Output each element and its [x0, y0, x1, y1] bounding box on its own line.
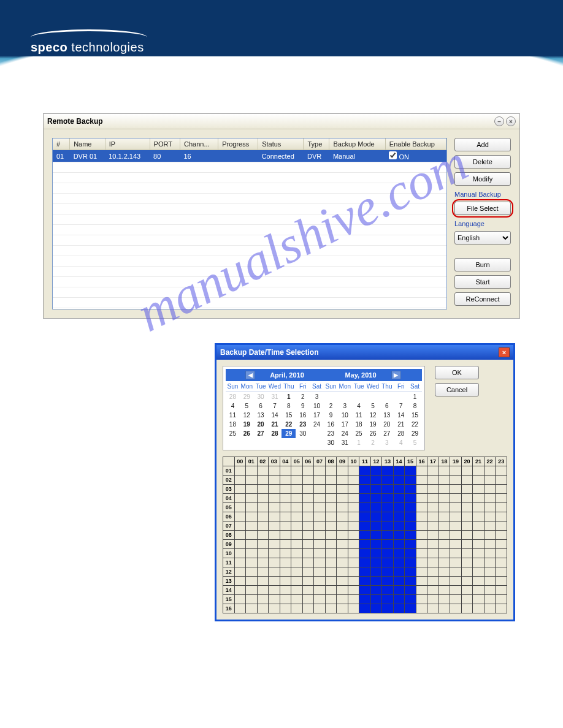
hour-cell[interactable]	[405, 494, 416, 503]
cancel-button[interactable]: Cancel	[435, 383, 479, 396]
hour-cell[interactable]	[496, 476, 507, 485]
calendar-day[interactable]: 13	[254, 411, 268, 420]
hour-cell[interactable]	[246, 521, 258, 531]
hour-cell[interactable]	[405, 549, 416, 558]
hour-cell[interactable]	[496, 577, 507, 586]
hour-cell[interactable]	[427, 503, 439, 512]
close-icon[interactable]: ×	[506, 116, 516, 126]
hour-cell[interactable]	[257, 549, 269, 558]
hour-cell[interactable]	[473, 595, 484, 604]
hour-cell[interactable]	[405, 476, 416, 485]
hour-cell[interactable]	[302, 586, 314, 595]
hour-cell[interactable]	[337, 549, 348, 558]
hour-cell[interactable]	[291, 586, 303, 595]
hour-cell[interactable]	[416, 586, 427, 595]
hour-cell[interactable]	[393, 567, 405, 577]
hour-cell[interactable]	[291, 604, 303, 613]
calendar-day[interactable]: 18	[352, 420, 366, 429]
hour-cell[interactable]	[302, 466, 314, 476]
hour-cell[interactable]	[359, 494, 371, 503]
hour-cell[interactable]	[348, 531, 359, 540]
hour-cell[interactable]	[314, 521, 326, 531]
hour-cell[interactable]	[496, 549, 507, 558]
hour-cell[interactable]	[314, 512, 326, 521]
hour-cell[interactable]	[473, 494, 484, 503]
table-row[interactable]	[53, 214, 446, 225]
hour-cell[interactable]	[393, 531, 405, 540]
hour-cell[interactable]	[291, 512, 303, 521]
hour-cell[interactable]	[269, 466, 280, 476]
hour-cell[interactable]	[405, 531, 416, 540]
table-row[interactable]	[53, 173, 446, 183]
table-row[interactable]	[53, 235, 446, 246]
calendar-day[interactable]: 22	[408, 420, 422, 429]
hour-cell[interactable]	[269, 485, 280, 494]
hour-cell[interactable]	[439, 476, 450, 485]
hour-cell[interactable]	[496, 521, 507, 531]
hour-cell[interactable]	[302, 476, 314, 485]
hour-cell[interactable]	[416, 503, 427, 512]
hour-cell[interactable]	[439, 586, 450, 595]
hour-cell[interactable]	[337, 494, 348, 503]
table-row[interactable]	[53, 298, 446, 308]
hour-cell[interactable]	[370, 567, 382, 577]
hour-cell[interactable]	[473, 540, 484, 549]
hour-cell[interactable]	[473, 577, 484, 586]
hour-cell[interactable]	[484, 531, 496, 540]
ok-button[interactable]: OK	[435, 366, 479, 379]
hour-cell[interactable]	[393, 595, 405, 604]
hour-cell[interactable]	[234, 466, 246, 476]
hour-cell[interactable]	[439, 558, 450, 567]
hour-cell[interactable]	[370, 549, 382, 558]
table-row[interactable]: 01DVR 0110.1.2.1438016ConnectedDVRManual…	[53, 150, 446, 162]
calendar-day[interactable]: 27	[254, 429, 268, 438]
hour-cell[interactable]	[405, 577, 416, 586]
hour-cell[interactable]	[370, 586, 382, 595]
hour-cell[interactable]	[484, 558, 496, 567]
hour-cell[interactable]	[302, 558, 314, 567]
hour-cell[interactable]	[348, 521, 359, 531]
hour-cell[interactable]	[359, 577, 371, 586]
hour-cell[interactable]	[473, 567, 484, 577]
calendar-day[interactable]: 29	[408, 429, 422, 438]
hour-cell[interactable]	[234, 485, 246, 494]
hour-cell[interactable]	[246, 476, 258, 485]
hour-cell[interactable]	[405, 521, 416, 531]
hour-cell[interactable]	[405, 586, 416, 595]
table-row[interactable]	[53, 204, 446, 214]
hour-cell[interactable]	[382, 531, 394, 540]
hour-cell[interactable]	[359, 476, 371, 485]
hour-cell[interactable]	[393, 540, 405, 549]
hour-cell[interactable]	[302, 485, 314, 494]
hour-cell[interactable]	[416, 521, 427, 531]
hour-cell[interactable]	[393, 476, 405, 485]
column-header[interactable]: PORT	[150, 138, 180, 150]
table-row[interactable]	[53, 194, 446, 204]
hour-cell[interactable]	[393, 512, 405, 521]
hour-cell[interactable]	[496, 604, 507, 613]
calendar-day[interactable]: 9	[324, 411, 338, 420]
hour-cell[interactable]	[257, 476, 269, 485]
hour-cell[interactable]	[359, 595, 371, 604]
hour-cell[interactable]	[291, 494, 303, 503]
calendar-day[interactable]: 3	[380, 438, 394, 447]
hour-cell[interactable]	[337, 466, 348, 476]
hour-cell[interactable]	[450, 512, 462, 521]
calendar-day[interactable]: 3	[338, 401, 352, 411]
calendar-day[interactable]: 6	[380, 401, 394, 411]
hour-cell[interactable]	[461, 466, 473, 476]
hour-cell[interactable]	[439, 503, 450, 512]
calendar-day[interactable]: 2	[366, 438, 380, 447]
hour-cell[interactable]	[461, 567, 473, 577]
hour-cell[interactable]	[337, 476, 348, 485]
hour-cell[interactable]	[427, 521, 439, 531]
hour-cell[interactable]	[405, 604, 416, 613]
hour-cell[interactable]	[370, 512, 382, 521]
hour-cell[interactable]	[416, 577, 427, 586]
hour-cell[interactable]	[461, 604, 473, 613]
hour-cell[interactable]	[416, 466, 427, 476]
hour-cell[interactable]	[325, 531, 337, 540]
hour-cell[interactable]	[450, 485, 462, 494]
hour-cell[interactable]	[461, 549, 473, 558]
hour-cell[interactable]	[393, 521, 405, 531]
